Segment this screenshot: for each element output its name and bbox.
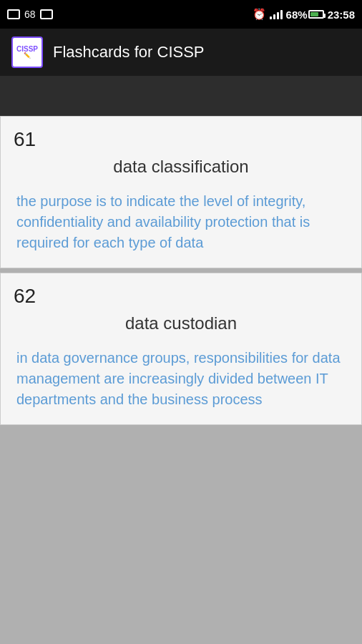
app-title: Flashcards for CISSP: [53, 43, 205, 62]
card-number-62: 62: [14, 285, 348, 308]
status-bar: 68 ⏰ 68% 23:58: [0, 0, 362, 29]
screen-icon: [7, 9, 20, 19]
card-term-61: data classification: [14, 157, 348, 177]
card-definition-62: in data governance groups, responsibilit…: [14, 348, 348, 410]
clock: 23:58: [328, 9, 355, 21]
card-number-61: 61: [14, 128, 348, 151]
flashcard-61[interactable]: 61 data classification the purpose is to…: [0, 116, 362, 268]
image-icon: [40, 9, 53, 19]
app-icon: CISSP ✏️: [11, 36, 43, 68]
battery-icon: 68%: [286, 9, 324, 21]
card-term-62: data custodian: [14, 313, 348, 333]
battery-percent: 68%: [286, 9, 308, 21]
status-right-icons: ⏰ 68% 23:58: [253, 8, 355, 21]
card-definition-61: the purpose is to indicate the level of …: [14, 191, 348, 253]
signal-bar-3: [277, 12, 279, 19]
signal-bar-1: [270, 16, 272, 19]
cards-container: 61 data classification the purpose is to…: [0, 116, 362, 425]
signal-icon: [270, 9, 283, 19]
signal-bar-4: [280, 10, 283, 19]
banner: [0, 76, 362, 116]
app-header: CISSP ✏️ Flashcards for CISSP: [0, 29, 362, 76]
notification-count: 68: [24, 9, 36, 20]
status-left-icons: 68: [7, 9, 53, 20]
signal-bar-2: [273, 14, 275, 19]
flashcard-62[interactable]: 62 data custodian in data governance gro…: [0, 273, 362, 425]
alarm-icon: ⏰: [253, 8, 266, 21]
